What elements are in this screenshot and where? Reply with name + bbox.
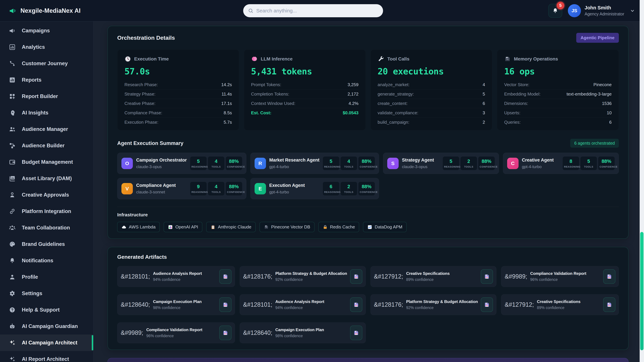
stat-row-value: 6 [483, 101, 485, 106]
artifact-glyph: &#127912; [505, 301, 534, 308]
agent-stat-reasoning: 5REASONING [323, 157, 339, 170]
artifact-card: &#128640;Campaign Execution Plan98% conf… [240, 323, 366, 343]
stat-row: Embedding Model:text-embedding-3-large [504, 89, 612, 99]
agent-initial: E [258, 186, 262, 192]
artifact-save-button[interactable] [219, 269, 232, 284]
agent-stat-label: TOOLS [582, 165, 596, 168]
agent-stat-tools: 2TOOLS [460, 157, 477, 170]
artifact-save-button[interactable] [350, 326, 362, 340]
sidebar-item-audience-manager[interactable]: Audience Manager [0, 121, 93, 137]
search-bar[interactable] [243, 4, 383, 17]
sidebar-item-analytics[interactable]: Analytics [0, 39, 93, 55]
agent-avatar: R [254, 158, 266, 169]
artifact-meta: Campaign Execution Plan98% confidence [153, 299, 216, 310]
sidebar-item-label: Asset Library (DAM) [22, 175, 72, 182]
stat-card-label: LLM Inference [261, 56, 293, 62]
sidebar-item-label: Help & Support [22, 307, 60, 313]
stat-row-value: 3 [483, 110, 485, 115]
artifact-meta: Compliance Validation Report96% confiden… [146, 328, 216, 338]
floppy-save-icon [353, 273, 360, 280]
chart-up-icon [367, 225, 372, 230]
scrollbar-track[interactable] [640, 0, 644, 362]
user-menu[interactable]: JS John Smith Agency Administrator [568, 4, 635, 17]
sidebar-item-ai-insights[interactable]: AI Insights [0, 105, 93, 121]
sidebar-item-budget-management[interactable]: Budget Management [0, 154, 93, 170]
scrollbar-thumb[interactable] [640, 232, 644, 350]
stat-row-label: build_campaign: [378, 120, 410, 125]
stat-row-value: 4 [483, 82, 485, 87]
artifact-save-button[interactable] [481, 269, 493, 284]
artifact-save-button[interactable] [603, 269, 615, 284]
topbar-right: 5 JS John Smith Agency Administrator [548, 4, 635, 17]
sidebar-item-asset-library-dam[interactable]: Asset Library (DAM) [0, 170, 93, 187]
stat-card-rows: analyze_market:4generate_strategy:5creat… [378, 80, 485, 127]
stat-row-label: Prompt Tokens: [251, 82, 281, 87]
agent-stat-label: CONFIDENCE [227, 191, 241, 193]
sidebar-item-brand-guidelines[interactable]: Brand Guidelines [0, 236, 93, 252]
stat-row: Creative Phase:17.1s [124, 99, 232, 108]
sidebar-item-label: Report Builder [22, 93, 58, 99]
sidebar-item-ai-campaign-architect[interactable]: AI Campaign Architect [0, 335, 93, 351]
artifact-save-button[interactable] [481, 298, 493, 312]
stat-row: Research Phase:14.2s [124, 80, 232, 89]
sidebar-item-help-support[interactable]: Help & Support [0, 302, 93, 318]
sidebar-item-report-builder[interactable]: Report Builder [0, 88, 93, 105]
artifact-card: &#128176;Platform Strategy & Budget Allo… [370, 294, 496, 315]
sidebar-item-ai-report-architect[interactable]: AI Report Architect [0, 351, 93, 362]
agent-stat-value: 5 [324, 159, 338, 164]
search-icon [248, 8, 254, 13]
artifacts-title: Generated Artifacts [117, 254, 619, 260]
agent-stat-value: 88% [227, 159, 241, 164]
sidebar-item-label: Team Collaboration [22, 225, 70, 231]
artifact-save-button[interactable] [350, 298, 362, 312]
agent-stat-value: 6 [324, 184, 338, 189]
agent-stat-confidence: 88%CONFIDENCE [598, 157, 615, 170]
sidebar-item-creative-approvals[interactable]: Creative Approvals [0, 187, 93, 203]
artifact-card: &#127912;Creative Specifications89% conf… [501, 294, 619, 315]
search-input[interactable] [256, 8, 378, 13]
sidebar-item-label: Settings [22, 291, 42, 297]
stat-row-label: validate_compliance: [378, 110, 418, 115]
sidebar-item-customer-journey[interactable]: Customer Journey [0, 55, 93, 72]
agent-card-creative-agent: CCreative Agentgpt-4-turbo8REASONING5TOO… [503, 153, 619, 174]
palette-icon [9, 241, 16, 248]
artifact-glyph: &#128640; [243, 329, 272, 336]
stat-card-rows: Prompt Tokens:3,259Completion Tokens:2,1… [251, 80, 358, 117]
sidebar-item-label: Analytics [22, 44, 45, 50]
stat-card-label: Execution Time [134, 56, 169, 62]
artifact-save-button[interactable] [219, 298, 232, 312]
sidebar-item-settings[interactable]: Settings [0, 285, 93, 302]
floppy-save-icon [606, 301, 613, 308]
stat-row-value: 5.7s [224, 120, 232, 125]
reports-icon [9, 76, 16, 83]
agent-card-execution-agent: EExecution Agentgpt-4-turbo6REASONING2TO… [250, 178, 379, 199]
lock-icon [323, 225, 328, 230]
artifact-card: &#9989;Compliance Validation Report96% c… [501, 266, 619, 287]
artifact-save-button[interactable] [350, 269, 362, 284]
artifact-save-button[interactable] [219, 326, 232, 340]
orchestration-panel: Orchestration Details Agentic Pipeline E… [108, 26, 628, 239]
agent-stat-reasoning: 5REASONING [443, 157, 459, 170]
sidebar-item-label: Budget Management [22, 159, 73, 165]
creative-approvals-icon [9, 191, 16, 198]
notifications-button[interactable]: 5 [548, 4, 562, 17]
sidebar-item-platform-integration[interactable]: Platform Integration [0, 203, 93, 220]
sidebar-item-profile[interactable]: Profile [0, 269, 93, 285]
sidebar-item-reports[interactable]: Reports [0, 72, 93, 88]
artifact-card: &#128101;Audience Analysis Report94% con… [117, 266, 235, 287]
sidebar-item-campaigns[interactable]: Campaigns [0, 22, 93, 39]
artifact-save-button[interactable] [603, 298, 615, 312]
sidebar-item-ai-campaign-guardian[interactable]: AI Campaign Guardian [0, 318, 93, 335]
stat-row: Completion Tokens:2,172 [251, 89, 358, 99]
user-name: John Smith [585, 5, 624, 10]
artifact-title: Compliance Validation Report [146, 328, 216, 332]
sidebar-item-notifications[interactable]: Notifications [0, 252, 93, 269]
artifact-meta: Creative Specifications89% confidence [406, 271, 478, 282]
sidebar-item-audience-builder[interactable]: Audience Builder [0, 137, 93, 154]
agent-stat-label: REASONING [324, 191, 338, 193]
infra-chip-label: AWS Lambda [129, 224, 156, 230]
sidebar-item-label: Customer Journey [22, 60, 68, 66]
stat-card-execution-time: Execution Time57.0sResearch Phase:14.2sS… [117, 49, 239, 130]
sidebar-item-team-collaboration[interactable]: Team Collaboration [0, 220, 93, 236]
sparkles-icon [9, 356, 16, 362]
